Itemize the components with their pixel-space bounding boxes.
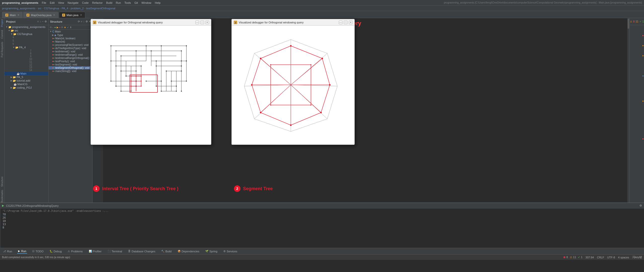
- tree-item-6[interactable]: 6: [13, 42, 48, 46]
- debug-win-2-maximize[interactable]: □: [344, 21, 347, 24]
- tree-item-tutorial[interactable]: ▶ 📂 tutorial.add: [5, 79, 48, 82]
- menu-run[interactable]: Run: [116, 1, 121, 4]
- tab-mainjava[interactable]: J Main.java ✕: [59, 12, 85, 18]
- activity-structure[interactable]: Structure: [1, 177, 4, 187]
- panel-icon-2[interactable]: ↕: [40, 20, 41, 23]
- struct-method-7[interactable]: ● ● testIntervalRangeOrthogonal(): v...: [49, 56, 92, 60]
- struct-method-3[interactable]: ● ● processingFile(Scanner): void: [49, 43, 92, 47]
- tab-close-icon[interactable]: ✕: [17, 14, 19, 16]
- run-panel-gear[interactable]: ⚙: [639, 204, 642, 207]
- tool-tab-dbchanges[interactable]: 🗄 Database Changes: [127, 249, 156, 253]
- pa4-icon: 📂: [15, 46, 18, 49]
- struct-tool-1[interactable]: ⟲: [50, 26, 52, 29]
- tool-tab-build[interactable]: 🔨 Build: [160, 249, 172, 253]
- struct-tool-4[interactable]: ▶: [57, 26, 59, 29]
- panel-icon-3[interactable]: −: [42, 20, 44, 23]
- debug-win-2-minimize[interactable]: —: [339, 21, 342, 24]
- tool-tab-deps[interactable]: 📦 Dependencies: [177, 249, 200, 253]
- tree-item-pa5[interactable]: ▶ 📂 PA_5: [5, 75, 48, 79]
- struct-main-arrow: ▼: [50, 30, 52, 33]
- menu-tools[interactable]: Tools: [125, 1, 131, 4]
- debug-win-1-minimize[interactable]: —: [195, 21, 199, 24]
- struct-type[interactable]: ▶ ◆ Type: [49, 33, 92, 37]
- activity-bookmarks[interactable]: Bookmarks: [1, 190, 4, 202]
- tab-main[interactable]: J Main ✕: [2, 12, 23, 18]
- tree-item-pa4[interactable]: ▼ 📂 PA_4: [5, 46, 48, 49]
- svg-point-123: [260, 58, 261, 59]
- debug-win-1-maximize[interactable]: □: [200, 21, 204, 24]
- activity-project[interactable]: Project: [1, 19, 4, 27]
- run-icon[interactable]: ▶: [2, 204, 4, 207]
- struct-method-2[interactable]: ● ● Main(int): [49, 40, 92, 43]
- tool-tab-debug[interactable]: 🐛 Debug: [49, 249, 63, 253]
- tab-close-icon-3[interactable]: ✕: [80, 14, 82, 16]
- tool-tab-git[interactable]: ⎇ Run: [2, 249, 13, 253]
- debug-window-1[interactable]: J Visualized debugger for Orthogonal win…: [91, 19, 211, 145]
- tree-item-src[interactable]: ▼ 📂 src: [5, 29, 48, 32]
- scroll-track[interactable]: [627, 18, 629, 202]
- tree-item-5[interactable]: 5: [13, 39, 48, 42]
- menu-navigate[interactable]: Navigate: [68, 1, 78, 4]
- struct-method-7-label: testIntervalRangeOrthogonal(): v...: [55, 57, 92, 59]
- struct-method-4[interactable]: ● ● doTheAlgorithm(Type): void: [49, 47, 92, 50]
- tool-tab-services[interactable]: ⚙ Services: [222, 249, 238, 253]
- struct-method-9[interactable]: ● ● testSegment(): void: [49, 63, 92, 66]
- struct-method-1[interactable]: ● ● Main(int, boolean): [49, 37, 92, 40]
- menu-help[interactable]: Help: [155, 1, 160, 4]
- activity-commit[interactable]: Commit: [1, 30, 4, 39]
- tree-item-cg[interactable]: ▼ 📂 CGTsinghua: [5, 32, 48, 36]
- panel-icon-4[interactable]: ⚙: [45, 20, 47, 23]
- struct-method-10[interactable]: ● ● testSegmentOrthogonal(): void: [49, 66, 92, 70]
- menu-edit[interactable]: Edit: [50, 1, 55, 4]
- warning-mark-1: [642, 45, 643, 46]
- struct-tool-8[interactable]: ✓: [67, 26, 69, 29]
- run-line-4: 13: [3, 223, 642, 226]
- tool-tab-todo[interactable]: ☑ TODO: [31, 249, 45, 253]
- struct-tool-9[interactable]: ⬇: [70, 26, 72, 29]
- struct-tool-5[interactable]: ▪: [59, 26, 60, 29]
- tree-root[interactable]: ▼ 📁 programming_assignments: [5, 25, 48, 29]
- tree-item-main[interactable]: ☕ Main: [5, 72, 48, 75]
- struct-tool-6[interactable]: ⟳: [61, 26, 63, 29]
- struct-tool-7[interactable]: ★: [64, 26, 66, 29]
- tab-close-icon-2[interactable]: ✕: [53, 14, 55, 16]
- run-output[interactable]: "C:\Program Files\Java\jdk-17.0.3\bin\ja…: [1, 209, 644, 248]
- tool-tab-run[interactable]: ▶ Run: [17, 249, 27, 254]
- debug-window-2[interactable]: J Visualized debugger for Orthogonal win…: [231, 19, 355, 145]
- panel-icon-1[interactable]: ≡: [37, 20, 39, 23]
- tree-item-coding[interactable]: ▶ 📂 coding_POJ: [5, 86, 48, 89]
- tool-tab-spring[interactable]: 🌱 Spring: [204, 249, 218, 253]
- activity-pull-requests[interactable]: Pull Requests: [1, 42, 4, 57]
- scroll-thumb[interactable]: [628, 19, 629, 29]
- svg-point-81: [161, 81, 162, 82]
- struct-method-6[interactable]: ● ● testIntervalRange(): void: [49, 53, 92, 56]
- tool-tab-terminal[interactable]: ⬛ Terminal: [107, 249, 123, 253]
- struct-main[interactable]: ▼ C Main: [49, 30, 92, 33]
- tab-mapoverlay[interactable]: J MapOverlay.java ✕: [23, 12, 58, 18]
- menu-code[interactable]: Code: [82, 1, 89, 4]
- breadcrumb-project[interactable]: programming_assignments: [2, 7, 35, 10]
- menu-build[interactable]: Build: [106, 1, 112, 4]
- debug-win-2-close[interactable]: ✕: [349, 21, 352, 24]
- struct-method-5[interactable]: ● ● testInterval(): void: [49, 50, 92, 53]
- struct-tool-3[interactable]: ●: [54, 26, 56, 29]
- menu-refactor[interactable]: Refactor: [92, 1, 103, 4]
- tree-item-maincg[interactable]: ☕ MainCG: [5, 82, 48, 86]
- menu-git[interactable]: Git: [134, 1, 138, 4]
- tool-tab-profiler[interactable]: 📊 Profiler: [88, 249, 103, 253]
- struct-method-8[interactable]: ● ● testPriority(): void: [49, 60, 92, 63]
- svg-point-47: [131, 76, 132, 77]
- struct-icon-2[interactable]: ≡: [81, 20, 82, 23]
- tool-tab-problems[interactable]: ⚠ Problems: [67, 249, 84, 253]
- tree-item-4[interactable]: 4: [13, 36, 48, 39]
- struct-icon-3[interactable]: ↕: [83, 20, 85, 23]
- debug-win-1-close[interactable]: ✕: [206, 21, 209, 24]
- struct-tool-2[interactable]: ↓: [52, 26, 54, 29]
- struct-icon-1[interactable]: ⟳: [78, 20, 80, 23]
- tree-item-main-label: Main: [20, 72, 26, 75]
- menu-file[interactable]: File: [42, 1, 46, 4]
- struct-icon-4[interactable]: ⚙: [86, 20, 88, 23]
- menu-window[interactable]: Window: [141, 1, 151, 4]
- menu-view[interactable]: View: [58, 1, 64, 4]
- struct-method-11[interactable]: ● ● main(String[]): void: [49, 70, 92, 73]
